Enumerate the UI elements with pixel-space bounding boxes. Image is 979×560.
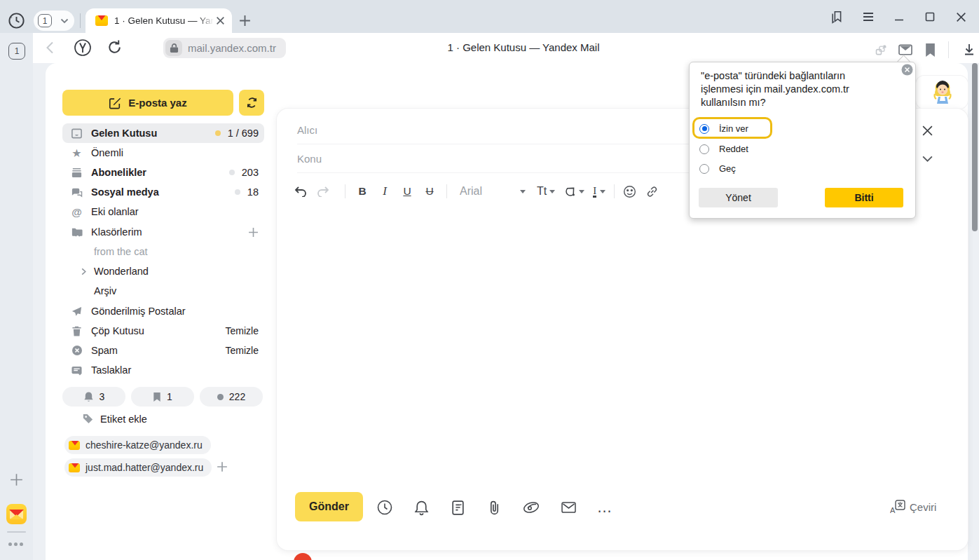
sidebar-item-from-the-cat[interactable]: from the cat (62, 242, 264, 261)
font-caret-icon[interactable] (520, 190, 526, 193)
sidebar-item-wonderland[interactable]: Wonderland (62, 261, 264, 281)
active-tab[interactable]: 1 · Gelen Kutusu — Yandex Mail (85, 8, 232, 33)
text-color-button[interactable]: I (593, 186, 605, 198)
folder-label: Abonelikler (91, 167, 146, 178)
attach-file-icon[interactable] (486, 499, 502, 516)
sidebar-item-drafts[interactable]: Taslaklar (62, 360, 264, 380)
avatar[interactable] (931, 80, 954, 105)
send-button[interactable]: Gönder (295, 492, 363, 521)
bookmark-icon[interactable] (922, 39, 938, 60)
notify-icon[interactable] (413, 499, 430, 516)
trash-icon (70, 325, 83, 337)
tab-divider (80, 13, 81, 28)
scrollbar-thumb[interactable] (972, 63, 978, 231)
folder-label: Klasörlerim (91, 226, 142, 238)
folder-label: Spam (91, 345, 118, 356)
link-icon[interactable] (645, 185, 668, 198)
sidebar-item-important[interactable]: ★ Önemli (62, 143, 264, 163)
collapse-compose-icon[interactable] (922, 155, 933, 163)
chevron-right-icon[interactable] (81, 268, 87, 275)
radio-selected-icon (699, 124, 709, 134)
drafts-icon (70, 365, 83, 376)
done-button[interactable]: Bitti (825, 188, 903, 207)
close-window-button[interactable] (950, 6, 971, 27)
empty-trash-link[interactable]: Temizle (226, 325, 259, 336)
sidebar-item-inbox[interactable]: Gelen Kutusu 1 / 699 (62, 123, 264, 143)
sidebar-item-archive[interactable]: Arşiv (62, 281, 264, 301)
radio-later[interactable]: Geç (699, 163, 736, 174)
close-compose-icon[interactable] (922, 125, 933, 137)
toolbar-divider (948, 41, 949, 58)
sidebar-item-spam[interactable]: Spam Temizle (62, 341, 264, 360)
translate-button[interactable]: A Çeviri (890, 500, 936, 514)
font-family-select[interactable]: Arial (453, 185, 520, 198)
tab-counter-button[interactable]: 1 (34, 11, 74, 31)
sidebar-item-trash[interactable]: Çöp Kutusu Temizle (62, 321, 264, 341)
sidebar-item-sent[interactable]: Gönderilmiş Postalar (62, 301, 264, 321)
radio-deny[interactable]: Reddet (699, 144, 748, 154)
maximize-button[interactable] (919, 6, 940, 27)
paper-plane-icon (70, 306, 83, 317)
mail-attach-icon[interactable] (560, 499, 577, 516)
yandex-home-icon[interactable] (74, 39, 92, 57)
close-popup-icon[interactable] (901, 64, 913, 76)
history-icon[interactable] (7, 11, 26, 30)
schedule-send-icon[interactable] (376, 499, 393, 516)
collections-icon[interactable] (827, 6, 848, 27)
add-folder-icon[interactable] (248, 227, 259, 238)
bookmarks-badge[interactable]: 1 (131, 387, 194, 407)
disk-attach-icon[interactable] (523, 499, 540, 516)
bold-button[interactable]: B (351, 185, 374, 198)
strikethrough-button[interactable]: U (418, 185, 441, 198)
redo-icon[interactable] (317, 186, 339, 197)
add-account-icon[interactable] (217, 461, 228, 472)
folder-label: Eki olanlar (91, 206, 139, 217)
new-tab-button[interactable] (238, 14, 252, 27)
more-options-icon[interactable]: … (596, 499, 613, 516)
highlight-color-button[interactable] (565, 186, 584, 197)
add-tag-button[interactable]: Etiket ekle (82, 413, 147, 425)
font-size-button[interactable]: Tt (537, 185, 555, 198)
downloads-icon[interactable] (959, 39, 979, 60)
back-icon[interactable] (42, 39, 59, 56)
manage-button[interactable]: Yönet (699, 188, 778, 207)
sync-button[interactable] (239, 90, 264, 116)
bookmarks-count: 1 (167, 391, 172, 402)
yandex-mail-favicon (95, 15, 108, 26)
underline-button[interactable]: U (396, 185, 418, 198)
refresh-icon[interactable] (106, 39, 123, 56)
radio-allow-label: İzin ver (719, 123, 748, 134)
rail-more-icon[interactable] (8, 542, 23, 546)
add-panel-icon[interactable] (8, 471, 25, 489)
radio-allow[interactable]: İzin ver (699, 123, 748, 134)
address-bar[interactable]: mail.yandex.com.tr (163, 38, 286, 58)
share-icon[interactable] (872, 39, 889, 60)
emoji-icon[interactable] (623, 185, 645, 198)
folder-label: from the cat (94, 246, 148, 257)
template-icon[interactable] (449, 499, 466, 516)
unread-badge[interactable]: 222 (200, 387, 263, 407)
account-mad-hatter[interactable]: just.mad.hatter@yandex.ru (64, 458, 212, 477)
account-cheshire[interactable]: cheshire-katze@yandex.ru (64, 436, 211, 454)
sidebar-item-subscriptions[interactable]: Abonelikler 203 (62, 163, 264, 182)
sidebar-item-social[interactable]: Sosyal medya 18 (62, 182, 264, 202)
compose-button[interactable]: E-posta yaz (62, 90, 233, 116)
sidebar-item-attachments[interactable]: @ Eki olanlar (62, 202, 264, 221)
popup-message: "e-posta" türündeki bağlantıların işlenm… (701, 69, 869, 109)
minimize-button[interactable] (889, 6, 910, 27)
avatar-card (916, 76, 968, 109)
folder-label: Gönderilmiş Postalar (91, 306, 186, 317)
italic-button[interactable]: I (374, 184, 396, 198)
sidebar-item-my-folders[interactable]: Klasörlerim (62, 222, 264, 242)
lock-icon[interactable] (165, 40, 182, 56)
yandex-mail-app-icon[interactable] (6, 504, 27, 524)
empty-spam-link[interactable]: Temizle (226, 345, 259, 356)
reminders-badge[interactable]: 3 (62, 387, 125, 407)
undo-icon[interactable] (294, 186, 317, 197)
tab-panel-button[interactable]: 1 (8, 43, 25, 60)
menu-icon[interactable] (858, 6, 879, 27)
manage-label: Yönet (725, 192, 751, 203)
close-tab-icon[interactable] (216, 16, 225, 25)
unread-dot-icon (217, 394, 224, 400)
folder-label: Önemli (91, 147, 123, 158)
